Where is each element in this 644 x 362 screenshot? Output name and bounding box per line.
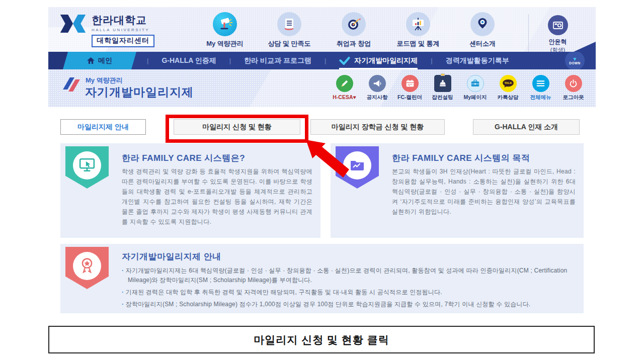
check-icon bbox=[339, 56, 350, 65]
site-container: 한라대학교 HALLA UNIVERSITY 대학일자리센터 My 역량관리 bbox=[48, 7, 596, 313]
notice-item: 장학마일리지(SM ; Scholarship Mileage) 점수가 1,0… bbox=[122, 300, 574, 309]
quick-item-notice[interactable]: 공지사항 bbox=[362, 75, 392, 101]
user-role: (학생) bbox=[529, 46, 587, 52]
megaphone-icon bbox=[369, 75, 386, 92]
card-family-care-what: 한라 FAMILY CARE 시스템은? 학생 경력관리 및 역량 강화 등 효… bbox=[60, 143, 320, 238]
breadcrumb: My 역량관리 bbox=[86, 76, 123, 85]
stamp-icon bbox=[434, 75, 451, 92]
top-header: 한라대학교 HALLA UNIVERSITY 대학일자리센터 My 역량관리 bbox=[48, 7, 596, 52]
panel-title: 자기개발마일리지제 안내 bbox=[122, 251, 221, 262]
highlight-box bbox=[166, 115, 308, 143]
menu-item-employment[interactable]: 취업과 창업 bbox=[331, 12, 377, 48]
card-body: 학생 경력관리 및 역량 강화 등 효율적 학생지원을 위하여 핵심역량에 따른… bbox=[122, 166, 312, 227]
power-icon bbox=[565, 75, 582, 92]
quick-item-logout[interactable]: 로그아웃 bbox=[558, 75, 589, 101]
briefcase-icon bbox=[467, 75, 484, 92]
ribbon-badge bbox=[65, 247, 109, 289]
chevron-down-icon: ▼ bbox=[573, 57, 578, 61]
page-header: My 역량관리 자기개발마일리지제 H-CESA♥ bbox=[48, 69, 596, 107]
mileage-guide-panel: 자기개발마일리지제 안내 자기개발마일리지제는 6대 핵심역량(글로컬 · 인성… bbox=[60, 244, 584, 313]
notice-item: 기재된 경력은 대학 입학 후 취득한 경력 및 자격에만 해당되며, 구직활동… bbox=[122, 288, 574, 297]
card-title: 한라 FAMILY CARE 시스템의 목적 bbox=[392, 152, 530, 164]
calendar-icon bbox=[401, 75, 419, 92]
university-name: 한라대학교 bbox=[92, 13, 154, 27]
medal-icon bbox=[73, 252, 101, 280]
quick-item-calendar[interactable]: FC-캘린더 bbox=[394, 75, 425, 101]
nav-item-main[interactable]: 메인 bbox=[65, 52, 134, 69]
tab-mileage-guide[interactable]: 마일리지제 안내 bbox=[60, 119, 146, 135]
nav-down-button[interactable]: ▼ DOWN bbox=[565, 52, 585, 69]
main-nav: 메인 | G-HALLA 인증제 | 한라 비교과 프로그램 | 자기개발마일리… bbox=[48, 52, 596, 69]
document-icon bbox=[277, 12, 301, 36]
menu-item-competency[interactable]: My 역량관리 bbox=[202, 12, 248, 48]
annotation-arrow-icon bbox=[303, 138, 353, 180]
notice-item: 자기개발마일리지제는 6대 핵심역량(글로컬 · 인성 · 실무 · 창의융합 … bbox=[122, 266, 574, 285]
notice-list: 자기개발마일리지제는 6대 핵심역량(글로컬 · 인성 · 실무 · 창의융합 … bbox=[122, 266, 574, 312]
slash-icon bbox=[64, 77, 82, 93]
quick-menu: H-CESA♥ 공지사항 bbox=[329, 75, 589, 101]
talk-icon: TALK bbox=[500, 75, 517, 92]
caption-box: 마일리지 신청 및 현황 클릭 bbox=[48, 326, 595, 353]
nav-separator: | bbox=[147, 57, 148, 64]
halla-logo-mark-icon bbox=[59, 13, 87, 36]
menu-item-counsel[interactable]: 상담 및 만족도 bbox=[266, 12, 312, 48]
tab-ghalla-talent[interactable]: G-HALLA 인재 소개 bbox=[473, 119, 580, 135]
nav-separator: | bbox=[229, 57, 231, 64]
page-title: 자기개발마일리지제 bbox=[85, 84, 194, 100]
ribbon-badge bbox=[65, 146, 109, 189]
home-icon bbox=[87, 57, 95, 64]
chart-board-icon bbox=[406, 12, 430, 36]
quick-item-job-consulting[interactable]: 잡컨설팅 bbox=[427, 75, 458, 101]
menu-list-icon bbox=[532, 75, 549, 92]
map-pin-icon bbox=[470, 12, 495, 36]
tab-bar: 마일리지제 안내 마일리지 신청 및 현황 마일리지 장학금 신청 및 현황 G… bbox=[48, 119, 596, 135]
nav-item-career-record[interactable]: 경력개발활동기록부 bbox=[446, 56, 509, 65]
camera-icon bbox=[548, 15, 568, 35]
university-logo[interactable]: 한라대학교 HALLA UNIVERSITY 대학일자리센터 bbox=[59, 13, 154, 47]
user-profile[interactable]: 안윤혁 (학생) bbox=[528, 14, 587, 52]
nav-item-mileage[interactable]: 자기개발마일리지제 bbox=[339, 52, 418, 69]
svg-text:TALK: TALK bbox=[504, 81, 512, 84]
nav-item-program[interactable]: 한라 비교과 프로그램 bbox=[244, 56, 311, 65]
quick-item-all-menu[interactable]: 전체메뉴 bbox=[525, 75, 556, 101]
card-family-care-purpose: 한라 FAMILY CARE 시스템의 목적 본교의 학생들이 3H 인재상(H… bbox=[331, 143, 584, 238]
quick-item-mypage[interactable]: My페이지 bbox=[460, 75, 491, 101]
quick-item-hcesa[interactable]: H-CESA♥ bbox=[329, 75, 360, 101]
nav-separator: | bbox=[325, 57, 326, 64]
user-name: 안윤혁 bbox=[529, 38, 587, 46]
menu-item-center-intro[interactable]: 센터소개 bbox=[459, 12, 506, 48]
card-body: 본교의 학생들이 3H 인재상(Heart : 따뜻한 글로컬 마인드, Hea… bbox=[392, 166, 576, 217]
target-icon bbox=[342, 12, 366, 36]
nav-item-ghalla[interactable]: G-HALLA 인증제 bbox=[162, 56, 216, 65]
header-menu: My 역량관리 상담 및 만족도 bbox=[202, 12, 506, 48]
pencil-icon bbox=[336, 75, 353, 92]
tab-scholarship-apply-status[interactable]: 마일리지 장학금 신청 및 현황 bbox=[310, 119, 445, 135]
caption-text: 마일리지 신청 및 현황 클릭 bbox=[254, 333, 389, 347]
nav-separator: | bbox=[431, 57, 432, 64]
center-badge: 대학일자리센터 bbox=[92, 35, 154, 47]
university-name-en: HALLA UNIVERSITY bbox=[92, 28, 154, 32]
projector-icon bbox=[213, 12, 237, 36]
menu-item-roadmap[interactable]: 로드맵 및 통계 bbox=[395, 12, 441, 48]
monitor-icon bbox=[73, 151, 101, 179]
quick-item-kakao[interactable]: TALK 카톡상담 bbox=[493, 75, 523, 101]
card-title: 한라 FAMILY CARE 시스템은? bbox=[122, 152, 245, 164]
